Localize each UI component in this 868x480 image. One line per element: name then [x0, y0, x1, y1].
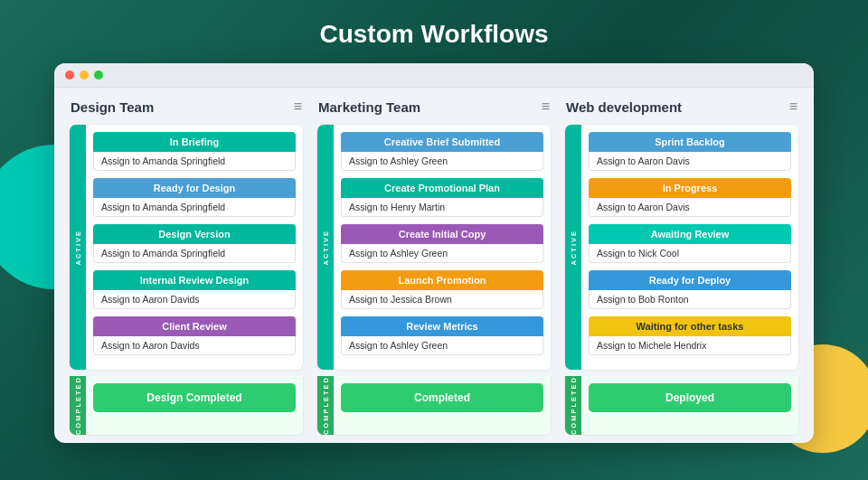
card-assignee-marketing-2: Assign to Ashley Green: [341, 244, 543, 263]
card-design-3: Internal Review Design Assign to Aaron D…: [93, 270, 296, 309]
card-label-marketing-2: Create Initial Copy: [341, 224, 543, 244]
card-web-2: Awaiting Review Assign to Nick Cool: [589, 224, 791, 263]
card-label-design-1: Ready for Design: [93, 178, 296, 198]
card-assignee-marketing-3: Assign to Jessica Brown: [341, 290, 543, 309]
card-assignee-web-0: Assign to Aaron Davis: [589, 152, 791, 171]
card-label-marketing-0: Creative Brief Submitted: [341, 132, 543, 152]
card-label-design-2: Design Version: [93, 224, 296, 244]
completed-bar-web: COMPLETED: [565, 376, 581, 435]
cards-marketing: Creative Brief Submitted Assign to Ashle…: [334, 125, 551, 370]
active-bar-web: ACTIVE: [565, 125, 581, 370]
active-label-marketing: ACTIVE: [322, 230, 330, 266]
card-label-design-4: Client Review: [93, 316, 296, 336]
dot-red: [65, 71, 74, 80]
browser-bar: [54, 63, 814, 88]
columns-area: Design Team ≡ ACTIVE In Briefing Assign …: [54, 88, 814, 436]
column-menu-icon-marketing[interactable]: ≡: [542, 99, 550, 115]
column-title-web: Web development: [566, 99, 682, 115]
card-web-0: Sprint Backlog Assign to Aaron Davis: [589, 132, 791, 171]
active-section-marketing: ACTIVE Creative Brief Submitted Assign t…: [316, 124, 552, 371]
completed-bar-marketing: COMPLETED: [317, 376, 334, 435]
card-design-4: Client Review Assign to Aaron Davids: [93, 316, 296, 355]
card-label-web-1: In Progress: [589, 178, 791, 198]
card-label-web-0: Sprint Backlog: [589, 132, 791, 152]
completed-section-marketing: COMPLETED Completed: [316, 376, 552, 436]
card-marketing-0: Creative Brief Submitted Assign to Ashle…: [341, 132, 543, 171]
completed-label-marketing: COMPLETED: [322, 376, 330, 435]
card-assignee-web-1: Assign to Aaron Davis: [589, 198, 791, 217]
card-assignee-marketing-1: Assign to Henry Martin: [341, 198, 543, 217]
completed-btn-web[interactable]: Deployed: [589, 383, 791, 412]
card-design-1: Ready for Design Assign to Amanda Spring…: [93, 178, 296, 217]
completed-section-web: COMPLETED Deployed: [564, 376, 799, 436]
active-section-web: ACTIVE Sprint Backlog Assign to Aaron Da…: [564, 124, 799, 371]
column-header-design: Design Team ≡: [69, 99, 304, 115]
card-assignee-design-1: Assign to Amanda Springfield: [93, 198, 296, 217]
completed-btn-design[interactable]: Design Completed: [93, 383, 296, 412]
card-assignee-web-4: Assign to Michele Hendrix: [589, 336, 791, 355]
column-header-web: Web development ≡: [564, 99, 799, 115]
card-marketing-2: Create Initial Copy Assign to Ashley Gre…: [341, 224, 543, 263]
active-label-design: ACTIVE: [74, 230, 82, 266]
completed-btn-area-web: Deployed: [581, 376, 798, 435]
card-assignee-design-3: Assign to Aaron Davids: [93, 290, 296, 309]
card-assignee-design-0: Assign to Amanda Springfield: [93, 152, 296, 171]
card-label-design-0: In Briefing: [93, 132, 296, 152]
card-label-web-4: Waiting for other tasks: [589, 316, 791, 336]
card-web-1: In Progress Assign to Aaron Davis: [589, 178, 791, 217]
completed-label-design: COMPLETED: [74, 376, 82, 435]
completed-btn-area-marketing: Completed: [334, 376, 551, 435]
column-menu-icon-design[interactable]: ≡: [294, 99, 302, 115]
active-label-web: ACTIVE: [570, 230, 578, 266]
cards-design: In Briefing Assign to Amanda Springfield…: [86, 125, 303, 370]
cards-web: Sprint Backlog Assign to Aaron Davis In …: [581, 125, 798, 370]
card-design-0: In Briefing Assign to Amanda Springfield: [93, 132, 296, 171]
column-web-development: Web development ≡ ACTIVE Sprint Backlog …: [564, 99, 799, 436]
card-marketing-1: Create Promotional Plan Assign to Henry …: [341, 178, 543, 217]
card-marketing-3: Launch Promotion Assign to Jessica Brown: [341, 270, 543, 309]
active-bar-marketing: ACTIVE: [317, 125, 334, 370]
card-label-design-3: Internal Review Design: [93, 270, 296, 290]
card-web-3: Ready for Deploy Assign to Bob Ronton: [589, 270, 791, 309]
column-marketing-team: Marketing Team ≡ ACTIVE Creative Brief S…: [316, 99, 552, 436]
browser-window: Design Team ≡ ACTIVE In Briefing Assign …: [54, 63, 814, 443]
active-bar-design: ACTIVE: [70, 125, 86, 370]
completed-btn-area-design: Design Completed: [86, 376, 303, 435]
card-assignee-web-2: Assign to Nick Cool: [589, 244, 791, 263]
card-assignee-design-4: Assign to Aaron Davids: [93, 336, 296, 355]
card-label-marketing-4: Review Metrics: [341, 316, 543, 336]
card-label-web-2: Awaiting Review: [589, 224, 791, 244]
card-assignee-marketing-0: Assign to Ashley Green: [341, 152, 543, 171]
column-design-team: Design Team ≡ ACTIVE In Briefing Assign …: [69, 99, 304, 436]
page-title: Custom Workflows: [0, 0, 868, 63]
card-design-2: Design Version Assign to Amanda Springfi…: [93, 224, 296, 263]
completed-label-web: COMPLETED: [570, 376, 578, 435]
active-section-design: ACTIVE In Briefing Assign to Amanda Spri…: [69, 124, 304, 371]
column-header-marketing: Marketing Team ≡: [316, 99, 552, 115]
card-assignee-marketing-4: Assign to Ashley Green: [341, 336, 543, 355]
completed-section-design: COMPLETED Design Completed: [69, 376, 304, 436]
dot-yellow: [80, 71, 89, 80]
card-label-marketing-3: Launch Promotion: [341, 270, 543, 290]
card-web-4: Waiting for other tasks Assign to Michel…: [589, 316, 791, 355]
dot-green: [94, 71, 103, 80]
card-assignee-design-2: Assign to Amanda Springfield: [93, 244, 296, 263]
completed-btn-marketing[interactable]: Completed: [341, 383, 543, 412]
card-marketing-4: Review Metrics Assign to Ashley Green: [341, 316, 543, 355]
card-assignee-web-3: Assign to Bob Ronton: [589, 290, 791, 309]
column-title-marketing: Marketing Team: [318, 99, 420, 115]
completed-bar-design: COMPLETED: [70, 376, 86, 435]
column-menu-icon-web[interactable]: ≡: [789, 99, 797, 115]
card-label-marketing-1: Create Promotional Plan: [341, 178, 543, 198]
column-title-design: Design Team: [71, 99, 154, 115]
card-label-web-3: Ready for Deploy: [589, 270, 791, 290]
